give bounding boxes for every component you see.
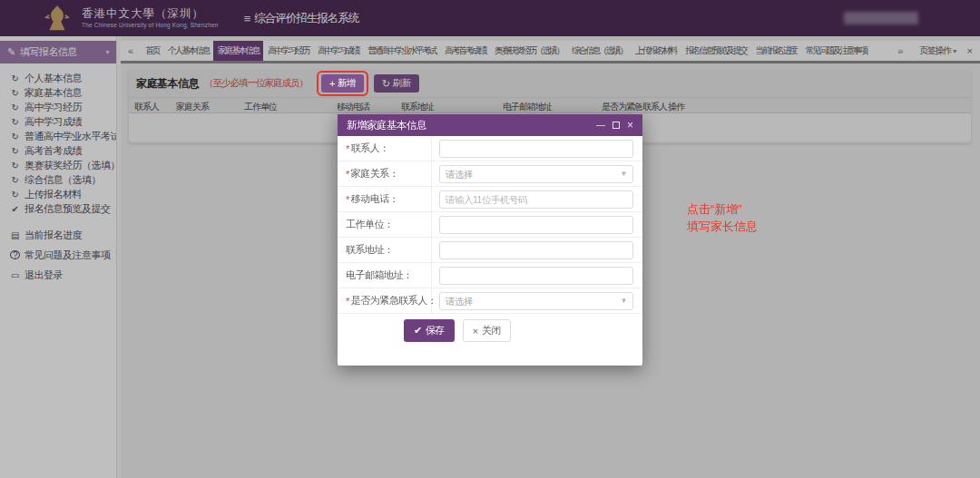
form-row: 电子邮箱地址： [338, 263, 642, 288]
field-label-text: 是否为紧急联系人： [351, 294, 437, 307]
field-label-text: 家庭关系： [351, 167, 399, 180]
field-label-text: 工作单位： [346, 218, 394, 231]
field-label: 工作单位： [338, 212, 432, 237]
save-button[interactable]: ✔ 保存 [404, 319, 455, 342]
text-input[interactable] [439, 216, 633, 234]
text-input[interactable] [439, 241, 633, 259]
modal-buttons: ✔ 保存 × 关闭 [338, 319, 642, 342]
form-row: *家庭关系：请选择▼ [338, 161, 642, 187]
field-label: 联系地址： [338, 238, 432, 262]
annotation-line1: 点击“新增” [687, 200, 758, 218]
field-label-text: 联系地址： [346, 243, 394, 257]
field-control: 请选择▼ [432, 161, 642, 186]
modal-window-controls: — × [596, 120, 633, 131]
field-label-text: 电子邮箱地址： [346, 268, 413, 282]
text-input[interactable] [439, 140, 633, 158]
form-row: *是否为紧急联系人：请选择▼ [338, 288, 642, 314]
required-asterisk: * [346, 296, 349, 307]
required-asterisk: * [346, 169, 349, 180]
caret-down-icon: ▼ [621, 166, 627, 182]
field-control [432, 187, 642, 211]
form-row: 联系地址： [338, 238, 642, 263]
select-dropdown[interactable]: 请选择▼ [439, 165, 633, 183]
select-value: 请选择 [446, 296, 473, 307]
form-row: 工作单位： [338, 212, 642, 238]
annotation-line2: 填写家长信息 [687, 218, 758, 235]
field-label: *是否为紧急联系人： [338, 288, 432, 313]
field-control [432, 238, 642, 262]
text-input[interactable] [439, 267, 633, 285]
select-value: 请选择 [446, 169, 473, 180]
plus-icon: + [329, 78, 335, 89]
maximize-icon[interactable] [612, 122, 620, 129]
required-asterisk: * [346, 194, 349, 205]
required-asterisk: * [346, 143, 349, 154]
form-row: *联系人： [338, 136, 642, 161]
close-icon[interactable]: × [627, 120, 633, 131]
add-family-modal: 新增家庭基本信息 — × *联系人：*家庭关系：请选择▼*移动电话：工作单位：联… [338, 114, 642, 366]
field-label: *联系人： [338, 136, 432, 161]
text-input[interactable] [439, 190, 633, 209]
add-button[interactable]: + 新增 [321, 74, 364, 93]
check-icon: ✔ [414, 325, 422, 337]
cancel-button-label: 关闭 [482, 324, 501, 337]
caret-down-icon: ▼ [621, 293, 627, 309]
field-control [432, 212, 642, 237]
modal-header[interactable]: 新增家庭基本信息 — × [338, 114, 642, 136]
form-row: *移动电话： [338, 187, 642, 212]
field-label-text: 移动电话： [351, 192, 399, 206]
close-x-icon: × [473, 326, 478, 337]
field-label: *家庭关系： [338, 161, 432, 186]
field-control: 请选择▼ [432, 288, 642, 313]
field-control [432, 263, 642, 288]
field-label-text: 联系人： [351, 141, 389, 155]
field-control [432, 136, 642, 161]
select-dropdown[interactable]: 请选择▼ [439, 292, 633, 310]
field-label: 电子邮箱地址： [338, 263, 432, 288]
annotation-highlight-box: + 新增 [317, 71, 368, 96]
modal-form: *联系人：*家庭关系：请选择▼*移动电话：工作单位：联系地址：电子邮箱地址：*是… [338, 136, 642, 314]
modal-title: 新增家庭基本信息 [347, 119, 426, 132]
annotation-text: 点击“新增” 填写家长信息 [687, 200, 758, 235]
field-label: *移动电话： [338, 187, 432, 211]
save-button-label: 保存 [426, 324, 445, 337]
cancel-button[interactable]: × 关闭 [463, 319, 511, 342]
add-button-label: 新增 [338, 77, 356, 90]
minimize-icon[interactable]: — [596, 121, 605, 130]
